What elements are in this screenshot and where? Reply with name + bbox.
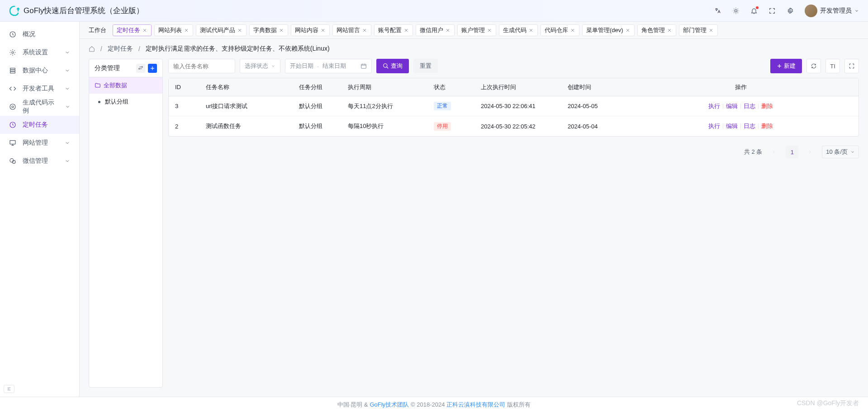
tab[interactable]: 网站留言 xyxy=(332,24,371,36)
chevron-down-icon xyxy=(65,140,70,146)
theme-icon[interactable] xyxy=(732,7,740,14)
settings-icon[interactable] xyxy=(787,7,794,14)
main-panel: 选择状态 开始日期 - 结束日期 查询 重置 xyxy=(168,59,859,388)
user-menu[interactable]: 开发管理员 xyxy=(805,5,859,17)
breadcrumb: / 定时任务 / 定时执行满足需求的任务、支持秒级定时任务、不依赖系统(Linu… xyxy=(80,39,868,59)
close-icon[interactable] xyxy=(320,28,326,33)
font-size-button[interactable]: TI xyxy=(825,59,840,73)
action-log[interactable]: 日志 xyxy=(744,102,755,110)
pagination-next[interactable] xyxy=(804,146,816,158)
logo[interactable]: GoFly快速后台管理系统（企业版） xyxy=(9,5,144,16)
svg-rect-10 xyxy=(10,141,15,144)
refresh-button[interactable] xyxy=(806,59,821,73)
tab[interactable]: 定时任务 xyxy=(113,24,152,36)
tab[interactable]: 测试代码产品 xyxy=(196,24,247,36)
sidebar-item-monitor[interactable]: 网站管理 xyxy=(0,134,79,152)
tab[interactable]: 微信用户 xyxy=(416,24,455,36)
wechat-icon xyxy=(9,157,16,165)
action-log[interactable]: 日志 xyxy=(744,122,755,130)
close-icon[interactable] xyxy=(528,28,534,33)
sidebar-item-code[interactable]: 开发者工具 xyxy=(0,80,79,98)
tab[interactable]: 网站内容 xyxy=(291,24,330,36)
close-icon[interactable] xyxy=(667,28,672,33)
chevron-down-icon xyxy=(65,68,70,73)
category-item[interactable]: 默认分组 xyxy=(89,94,162,110)
category-swap-button[interactable] xyxy=(136,64,145,73)
tab[interactable]: 字典数据 xyxy=(249,24,288,36)
date-range-picker[interactable]: 开始日期 - 结束日期 xyxy=(285,59,372,73)
close-icon[interactable] xyxy=(362,28,367,33)
sidebar-item-label: 概况 xyxy=(23,30,35,38)
category-item[interactable]: 全部数据 xyxy=(89,77,162,94)
table-header-cell: 操作 xyxy=(623,78,859,96)
tab[interactable]: 网站列表 xyxy=(154,24,193,36)
close-icon[interactable] xyxy=(142,28,147,33)
user-name: 开发管理员 xyxy=(820,7,852,15)
svg-point-14 xyxy=(384,64,387,67)
pagination-prev[interactable] xyxy=(768,146,780,158)
close-icon[interactable] xyxy=(279,28,284,33)
sidebar-item-database[interactable]: 数据中心 xyxy=(0,62,79,80)
header: GoFly快速后台管理系统（企业版） 开发管理员 xyxy=(0,0,868,22)
status-select[interactable]: 选择状态 xyxy=(240,59,280,73)
sidebar-item-app[interactable]: 生成代码示例 xyxy=(0,98,79,116)
close-icon[interactable] xyxy=(445,28,451,33)
close-icon[interactable] xyxy=(570,28,575,33)
tab[interactable]: 工作台 xyxy=(85,24,110,36)
tab[interactable]: 账号配置 xyxy=(374,24,413,36)
reset-button[interactable]: 重置 xyxy=(413,59,438,73)
translate-icon[interactable] xyxy=(714,7,721,14)
sidebar: 概况系统设置数据中心开发者工具生成代码示例定时任务网站管理微信管理 xyxy=(0,22,80,397)
action-edit[interactable]: 编辑 xyxy=(726,102,738,110)
tab[interactable]: 角色管理 xyxy=(637,24,676,36)
action-exec[interactable]: 执行 xyxy=(708,102,720,110)
category-panel: 分类管理 全部数据默认分组 xyxy=(89,59,163,388)
status-badge: 正常 xyxy=(434,102,451,110)
task-table: ID任务名称任务分组执行周期状态上次执行时间创建时间操作 3 url接口请求测试… xyxy=(168,78,859,137)
search-input[interactable] xyxy=(173,63,230,70)
sidebar-item-label: 生成代码示例 xyxy=(23,99,59,115)
sidebar-item-clock[interactable]: 定时任务 xyxy=(0,116,79,134)
action-exec[interactable]: 执行 xyxy=(708,122,720,130)
close-icon[interactable] xyxy=(487,28,492,33)
footer-company-link[interactable]: 正科云滇科技有限公司 xyxy=(446,401,505,409)
action-delete[interactable]: 删除 xyxy=(761,102,773,110)
clock-icon xyxy=(9,121,16,128)
svg-rect-13 xyxy=(361,64,366,68)
folder-icon xyxy=(95,82,101,89)
sidebar-item-wechat[interactable]: 微信管理 xyxy=(0,152,79,170)
code-icon xyxy=(9,85,16,92)
category-panel-title: 分类管理 xyxy=(95,64,120,72)
notification-icon[interactable] xyxy=(750,7,758,14)
tab[interactable]: 部门管理 xyxy=(679,24,718,36)
action-delete[interactable]: 删除 xyxy=(761,122,773,130)
expand-button[interactable] xyxy=(844,59,859,73)
pagination-page-size[interactable]: 10 条/页 xyxy=(822,146,859,158)
close-icon[interactable] xyxy=(237,28,242,33)
table-header-cell: 任务名称 xyxy=(199,78,293,96)
svg-rect-5 xyxy=(10,70,15,71)
close-icon[interactable] xyxy=(403,28,409,33)
home-icon[interactable] xyxy=(89,46,95,52)
tab[interactable]: 菜单管理(dev) xyxy=(582,24,635,36)
sidebar-item-settings[interactable]: 系统设置 xyxy=(0,43,79,62)
tab[interactable]: 生成代码 xyxy=(499,24,538,36)
close-icon[interactable] xyxy=(625,28,631,33)
tab[interactable]: 代码仓库 xyxy=(541,24,579,36)
svg-point-3 xyxy=(12,52,14,53)
close-icon[interactable] xyxy=(184,28,189,33)
avatar xyxy=(805,5,817,17)
pagination-page-1[interactable]: 1 xyxy=(786,146,798,158)
tab[interactable]: 账户管理 xyxy=(457,24,496,36)
search-button[interactable]: 查询 xyxy=(376,59,409,73)
fullscreen-icon[interactable] xyxy=(768,7,776,14)
category-add-button[interactable] xyxy=(148,64,157,73)
breadcrumb-link[interactable]: 定时任务 xyxy=(108,45,133,53)
close-icon[interactable] xyxy=(708,28,714,33)
table-header-cell: 状态 xyxy=(427,78,474,96)
sidebar-item-dashboard[interactable]: 概况 xyxy=(0,25,79,43)
new-button[interactable]: 新建 xyxy=(770,59,802,73)
action-edit[interactable]: 编辑 xyxy=(726,122,738,130)
sidebar-collapse-button[interactable] xyxy=(4,385,14,393)
footer-team-link[interactable]: GoFly技术团队 xyxy=(370,401,409,409)
